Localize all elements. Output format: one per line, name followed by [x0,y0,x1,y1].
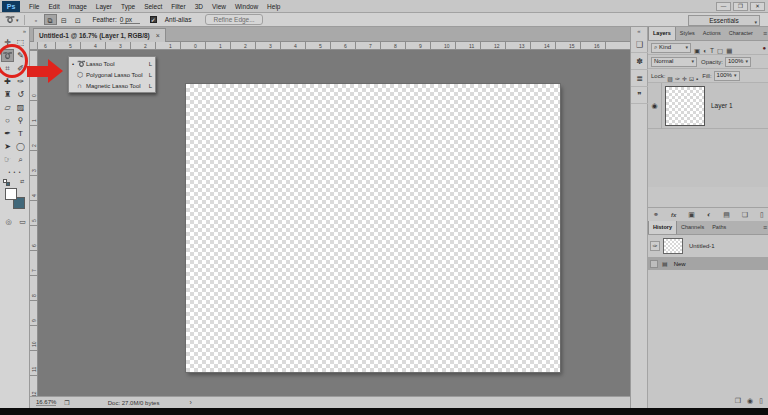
minimize-button[interactable]: — [716,2,731,11]
menu-window[interactable]: Window [235,0,258,13]
spot-healing-brush-tool[interactable]: ✚ [1,75,14,88]
collapse-tools-icon[interactable]: » [0,27,29,35]
flyout-item-polygonal-lasso-tool[interactable]: ⬡Polygonal Lasso ToolL [69,69,155,80]
eraser-tool[interactable]: ▱ [1,101,14,114]
new-layer-icon[interactable]: ❏ [742,211,748,219]
layer-effects-icon[interactable]: fx [671,212,676,218]
quick-mask-button[interactable]: ◎ [3,217,14,226]
intersect-selection-mode-button[interactable]: ⊡ [72,14,85,25]
history-state-checkbox[interactable] [650,260,658,268]
pixel-layer-filter-icon[interactable]: ▣ [694,47,700,54]
lock-transparency-icon[interactable]: ▨ [667,76,673,82]
menu-view[interactable]: View [212,0,226,13]
quick-selection-tool[interactable]: ✎ [14,49,27,62]
brush-panel-icon[interactable]: ✽ [631,53,648,70]
fill-dropdown[interactable]: 100% ▾ [714,71,740,81]
screen-mode-button[interactable]: ▭ [17,217,28,226]
delete-layer-icon[interactable]: ▯ [760,211,764,219]
restore-button[interactable]: ❐ [733,2,748,11]
add-selection-mode-button[interactable]: ⧉ [44,14,57,25]
color-panel-icon[interactable]: ❑ [631,36,648,53]
crop-tool[interactable]: ⌗ [1,62,14,75]
panel-menu-icon[interactable]: ≡ [763,221,767,234]
foreground-color-swatch[interactable] [5,188,17,200]
history-tab-paths[interactable]: Paths [708,221,730,234]
layer-visibility-eye-icon[interactable]: ◉ [648,83,662,129]
brush-tool[interactable]: ✑ [14,75,27,88]
type-layer-filter-icon[interactable]: T [710,47,714,54]
new-selection-mode-button[interactable]: ▫ [30,14,43,25]
blend-mode-dropdown[interactable]: Normal ▾ [651,57,697,67]
history-brush-tool[interactable]: ↺ [14,88,27,101]
delete-state-icon[interactable]: ▯ [759,397,763,405]
gradient-tool[interactable]: ▨ [14,101,27,114]
chevron-down-icon[interactable]: ▾ [16,17,19,23]
hand-tool[interactable]: ☞ [1,153,14,166]
panel-menu-icon[interactable]: ≡ [763,27,767,40]
flyout-item-lasso-tool[interactable]: •➰Lasso ToolL [69,58,155,69]
pen-tool[interactable]: ✒ [1,127,14,140]
link-layers-icon[interactable]: ⚭ [653,211,659,219]
feather-input[interactable]: 0 px [120,16,140,24]
lock-paint-icon[interactable]: ✑ [675,76,680,82]
shape-layer-filter-icon[interactable]: ▢ [717,47,723,54]
layers-tab-layers[interactable]: Layers [648,27,676,40]
menu-type[interactable]: Type [121,0,135,13]
menu-filter[interactable]: Filter [171,0,185,13]
menu-layer[interactable]: Layer [96,0,112,13]
tool-presets-panel-icon[interactable]: ≣ [631,70,648,87]
lock-artboard-icon[interactable]: ⊡ [689,76,694,82]
menu-3d[interactable]: 3D [195,0,203,13]
adjustment-layer-icon[interactable]: ◐ [707,211,711,218]
history-state-new[interactable]: ▤New [648,257,768,270]
history-tab-channels[interactable]: Channels [677,221,708,234]
notes-panel-icon[interactable]: ❞ [631,87,648,104]
layers-tab-character[interactable]: Character [725,27,757,40]
new-document-from-state-icon[interactable]: ❐ [735,397,741,405]
ellipse-tool[interactable]: ◯ [14,140,27,153]
swap-colors-icon[interactable]: ⇄ [20,178,24,184]
path-selection-tool[interactable]: ➤ [1,140,14,153]
clone-stamp-tool[interactable]: ♜ [1,88,14,101]
layer-filter-toggle-icon[interactable]: ● [762,45,766,51]
menu-image[interactable]: Image [69,0,87,13]
more-tools-icon[interactable]: • • • [0,169,30,175]
menu-edit[interactable]: Edit [48,0,59,13]
history-snapshot-row[interactable]: ✑ Untitled-1 [648,235,768,257]
menu-select[interactable]: Select [144,0,162,13]
eyedropper-tool[interactable]: ✐ [14,62,27,75]
adjustment-layer-filter-icon[interactable]: ◐ [703,47,707,54]
zoom-tool[interactable]: ⌕ [14,153,27,166]
anti-alias-checkbox[interactable]: ✓ [150,16,157,23]
lasso-tool[interactable]: ➰ [1,49,14,62]
layer-thumbnail[interactable] [665,86,705,126]
layers-tab-styles[interactable]: Styles [676,27,699,40]
workspace-switcher-button[interactable]: Essentials ▾ [688,15,760,26]
document-tab[interactable]: Untitled-1 @ 16.7% (Layer 1, RGB/8) × [33,28,166,42]
close-button[interactable]: ✕ [750,2,765,11]
subtract-selection-mode-button[interactable]: ⊟ [58,14,71,25]
new-snapshot-icon[interactable]: ◉ [747,397,753,405]
history-tab-history[interactable]: History [648,221,677,234]
smart-object-filter-icon[interactable]: ▦ [726,47,732,54]
refine-edge-button[interactable]: Refine Edge... [205,14,262,25]
layer-group-icon[interactable]: ▤ [723,211,730,219]
layer-mask-icon[interactable]: ▣ [688,211,695,219]
lasso-tool-icon[interactable]: ➰ [5,15,15,24]
blur-tool[interactable]: ○ [1,114,14,127]
rectangular-marquee-tool[interactable]: ⬚ [14,36,27,49]
dodge-tool[interactable]: ⚲ [14,114,27,127]
menu-help[interactable]: Help [267,0,280,13]
close-tab-icon[interactable]: × [156,32,160,39]
status-expand-icon[interactable]: › [189,399,191,406]
lock-all-icon[interactable]: ▪ [696,76,698,82]
history-brush-source-icon[interactable]: ✑ [650,241,660,251]
menu-file[interactable]: File [29,0,39,13]
transparent-canvas[interactable] [186,84,560,372]
default-colors-icon[interactable] [3,179,10,186]
lock-position-icon[interactable]: ✛ [682,76,687,82]
layer-row[interactable]: ◉Layer 1 [648,83,768,129]
flyout-item-magnetic-lasso-tool[interactable]: ∩Magnetic Lasso ToolL [69,80,155,91]
expand-panels-icon[interactable]: « [631,27,647,36]
snapshot-thumbnail[interactable] [663,238,683,254]
